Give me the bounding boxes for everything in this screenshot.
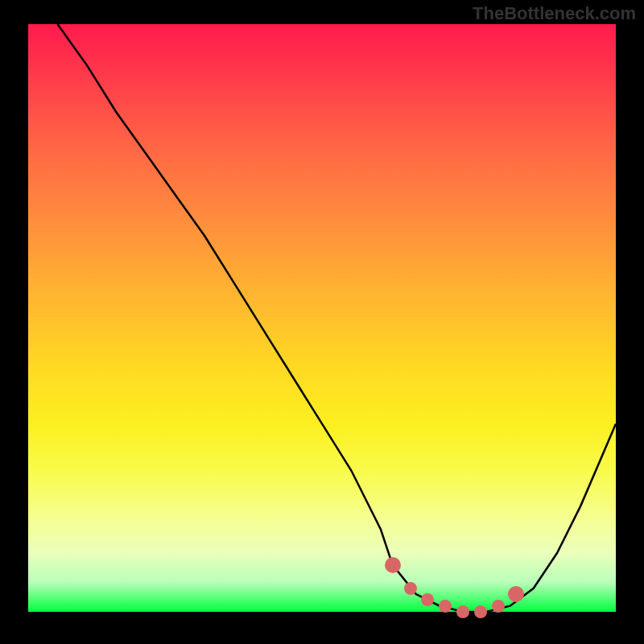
curve-marker [439,600,452,613]
watermark-text: TheBottleneck.com [473,3,636,24]
curve-marker [456,605,469,618]
curve-marker [385,557,401,573]
chart-plot-area [28,24,616,612]
curve-marker [492,600,505,613]
curve-marker [508,586,524,602]
curve-marker [421,593,434,606]
curve-marker [404,582,417,595]
bottleneck-curve [28,24,616,612]
curve-marker [474,605,487,618]
